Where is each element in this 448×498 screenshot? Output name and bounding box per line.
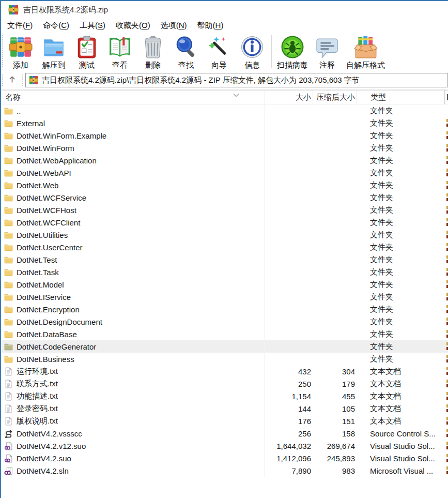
text-file-icon — [4, 417, 13, 426]
file-row[interactable]: DotNet.CodeGenerator 文件夹 — [1, 340, 448, 353]
toolbar-button-scan-virus[interactable]: 扫描病毒 — [274, 34, 311, 70]
toolbar-button-sfx-box[interactable]: 自解压格式 — [344, 34, 388, 70]
sort-chevron-icon — [233, 90, 240, 95]
window-title: 吉日权限系统4.2源码.zip — [23, 5, 108, 15]
toolbar-button-info[interactable]: 信息 — [236, 34, 269, 70]
file-row[interactable]: DotNetV4.2.suo 1,412,096 245,893 Visual … — [1, 452, 448, 464]
file-name: DotNet.WCFClient — [17, 218, 80, 227]
file-list: .. 文件夹 External 文件夹 DotNet.WinForm.Examp… — [1, 104, 448, 477]
file-packed-size: 179 — [313, 380, 357, 388]
winrar-archive-icon — [8, 5, 19, 15]
file-packed-size: 158 — [313, 429, 357, 438]
file-row[interactable]: External 文件夹 — [1, 117, 448, 129]
folder-icon — [4, 231, 13, 239]
file-row[interactable]: 登录密码.txt 144 105 文本文档 — [1, 402, 448, 415]
file-row[interactable]: .. 文件夹 — [1, 104, 448, 117]
menu-item-o[interactable]: 收藏夹(O) — [111, 20, 156, 32]
file-type: Microsoft Visual ... — [357, 466, 444, 475]
file-row[interactable]: DotNet.WCFHost 文件夹 — [1, 204, 448, 216]
file-row[interactable]: DotNet.WCFClient 文件夹 — [1, 216, 448, 229]
file-row[interactable]: DotNet.Utilities 文件夹 — [1, 229, 448, 241]
file-name: DotNet.Task — [17, 268, 59, 277]
text-file-icon — [4, 380, 13, 388]
menu-bar: 文件(F) 命令(C) 工具(S) 收藏夹(O) 选项(N) 帮助(H) — [1, 19, 448, 32]
file-type: 文本文档 — [357, 367, 444, 376]
file-row[interactable]: DotNet.Model 文件夹 — [1, 278, 448, 291]
file-row[interactable]: DotNet.Business 文件夹 — [1, 353, 448, 365]
file-row[interactable]: DotNet.DesignDocument 文件夹 — [1, 315, 448, 328]
find-magnifier-icon — [174, 35, 198, 59]
text-file-icon — [4, 404, 13, 413]
menu-item-h[interactable]: 帮助(H) — [192, 20, 229, 32]
file-type: Source Control S... — [357, 429, 444, 438]
file-name: 版权说明.txt — [17, 416, 58, 426]
folder-icon — [4, 193, 13, 202]
file-type: 文件夹 — [357, 342, 444, 352]
file-name: DotNet.Test — [17, 255, 57, 264]
folder-icon — [4, 243, 13, 252]
up-one-level-button[interactable] — [4, 73, 20, 87]
file-row[interactable]: DotNet.WebApplication 文件夹 — [1, 154, 448, 167]
file-row[interactable]: 联系方式.txt 250 179 文本文档 — [1, 378, 448, 390]
toolbar-button-delete-trash[interactable]: 删除 — [136, 34, 169, 70]
file-row[interactable]: DotNet.WebAPI 文件夹 — [1, 167, 448, 179]
file-row[interactable]: DotNet.Task 文件夹 — [1, 266, 448, 278]
toolbar-button-add-archive[interactable]: 添加 — [4, 34, 37, 70]
file-row[interactable]: DotNetV4.2.v12.suo 1,644,032 269,674 Vis… — [1, 440, 448, 452]
file-type: 文件夹 — [357, 106, 444, 116]
file-type: 文本文档 — [357, 379, 444, 389]
file-row[interactable]: DotNet.Web 文件夹 — [1, 179, 448, 191]
toolbar-button-view-book[interactable]: 查看 — [103, 34, 136, 70]
file-row[interactable]: 运行环境.txt 432 304 文本文档 — [1, 365, 448, 378]
column-header-name[interactable]: 名称 — [1, 93, 265, 102]
file-row[interactable]: DotNet.Test 文件夹 — [1, 253, 448, 266]
folder-icon — [4, 107, 13, 115]
file-size: 250 — [265, 380, 313, 388]
folder-icon — [4, 181, 13, 190]
column-header-type[interactable]: 类型 — [357, 90, 444, 104]
file-name: DotNet.WebAPI — [17, 169, 71, 177]
column-header-packed[interactable]: 压缩后大小 — [313, 90, 357, 104]
toolbar-button-wizard-wand[interactable]: 向导 — [203, 34, 236, 70]
file-row[interactable]: DotNet.WinForm.Example 文件夹 — [1, 129, 448, 142]
menu-item-c[interactable]: 命令(C) — [38, 20, 74, 32]
folder-icon — [4, 206, 13, 215]
file-name: DotNetV4.2.vssscc — [17, 429, 82, 438]
toolbar-button-comment[interactable]: 注释 — [311, 34, 344, 70]
file-type: 文件夹 — [357, 143, 444, 153]
folder-icon — [4, 144, 13, 153]
vs-suo-icon — [4, 454, 13, 463]
file-row[interactable]: DotNetV4.2.sln 7,890 983 Microsoft Visua… — [1, 464, 448, 477]
file-packed-size: 455 — [313, 392, 357, 401]
sfx-box-icon — [354, 35, 378, 59]
menu-item-s[interactable]: 工具(S) — [74, 20, 111, 32]
file-row[interactable]: DotNet.DataBase 文件夹 — [1, 328, 448, 340]
folder-icon — [4, 268, 13, 277]
file-row[interactable]: DotNet.IService 文件夹 — [1, 291, 448, 303]
file-row[interactable]: DotNet.WinForm 文件夹 — [1, 142, 448, 154]
toolbar-button-test-clipboard[interactable]: 测试 — [70, 34, 103, 70]
column-header-clipped[interactable] — [444, 90, 448, 104]
scan-virus-icon — [281, 35, 304, 59]
folder-icon — [4, 280, 13, 289]
file-type: 文件夹 — [357, 267, 444, 277]
menu-item-n[interactable]: 选项(N) — [156, 20, 192, 32]
file-row[interactable]: DotNet.WCFService 文件夹 — [1, 191, 448, 204]
toolbar-separator — [271, 35, 272, 68]
toolbar-button-find-magnifier[interactable]: 查找 — [169, 34, 203, 70]
file-row[interactable]: 版权说明.txt 176 151 文本文档 — [1, 415, 448, 427]
toolbar-button-extract-folder[interactable]: 解压到 — [37, 34, 70, 70]
toolbar: 添加 解压到 测试 查看 删除 查找 向导 信息 扫描病毒 注释 自解压格式 — [1, 32, 448, 72]
file-row[interactable]: DotNet.UserCenter 文件夹 — [1, 241, 448, 253]
menu-item-f[interactable]: 文件(F) — [2, 20, 38, 32]
column-header-size[interactable]: 大小 — [265, 90, 313, 104]
file-type: 文件夹 — [357, 205, 444, 215]
file-row[interactable]: DotNetV4.2.vssscc 256 158 Source Control… — [1, 427, 448, 440]
archive-path-combobox[interactable]: 吉日权限系统4.2源码.zip\吉日权限系统4.2源码 - ZIP 压缩文件, … — [25, 73, 448, 87]
folder-icon — [4, 318, 13, 326]
file-type: 文件夹 — [357, 305, 444, 314]
file-row[interactable]: 功能描述.txt 1,154 455 文本文档 — [1, 390, 448, 402]
file-name: DotNet.Utilities — [17, 231, 68, 239]
view-book-icon — [108, 35, 132, 59]
file-row[interactable]: DotNet.Encryption 文件夹 — [1, 303, 448, 315]
